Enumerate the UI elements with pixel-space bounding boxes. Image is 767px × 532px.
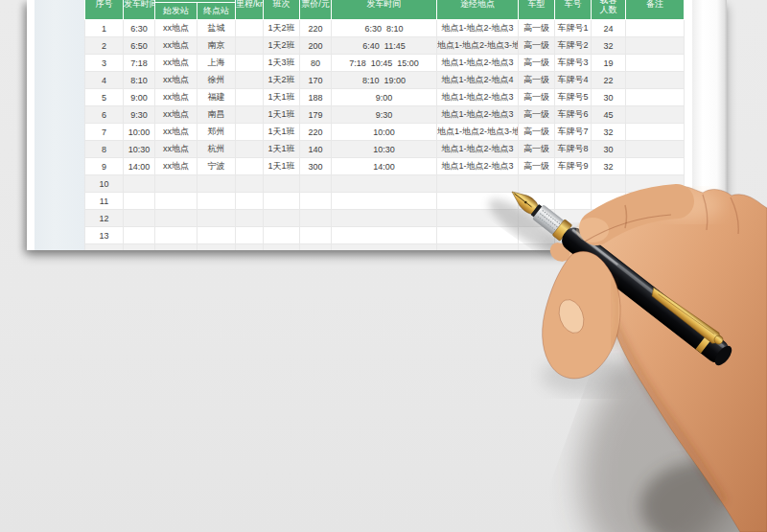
header-shift: 班次 (264, 0, 300, 20)
header-route: 途经地点 (437, 0, 519, 20)
cell-destination: 郑州 (198, 124, 236, 141)
cell-depart_time: 14:00 (124, 158, 155, 175)
cell-mileage (236, 124, 264, 141)
cell-vehicle_type (519, 210, 555, 227)
cell-depart_times (332, 244, 437, 251)
cell-seq: 3 (85, 55, 124, 72)
header-remark: 备注 (626, 0, 685, 20)
thumb-shadow (541, 357, 633, 395)
cell-remark (626, 244, 685, 251)
cell-capacity: 24 (592, 20, 626, 37)
cell-mileage (236, 141, 264, 158)
cell-route: 地点1-地点2-地点3-地点4 (437, 124, 519, 141)
cell-origin: xx地点 (155, 72, 198, 89)
cell-shift: 1天1班 (264, 124, 300, 141)
cell-route: 地点1-地点2-地点3 (437, 141, 519, 158)
hand-shadow-on-desk (548, 310, 767, 532)
cell-vehicle_no: 车牌号8 (555, 141, 592, 158)
cell-origin: xx地点 (155, 55, 198, 72)
cell-vehicle_no (555, 227, 592, 244)
cell-depart_time: 9:00 (124, 89, 155, 106)
clip-engraving (658, 292, 714, 336)
cell-seq: 7 (85, 124, 124, 141)
cell-price (300, 210, 332, 227)
cell-remark (626, 89, 685, 106)
header-depart-times: 发车时间 (332, 0, 437, 20)
cell-vehicle_no: 车牌号1 (555, 20, 592, 37)
pen-clip (648, 284, 724, 346)
table-row: 12 (85, 210, 685, 227)
cell-price: 170 (300, 72, 332, 89)
cell-destination: 南昌 (198, 106, 236, 124)
cell-depart_time: 9:30 (124, 106, 155, 124)
cell-price (300, 244, 332, 251)
cell-depart_times: 7:18 10:45 15:00 (332, 55, 437, 72)
cell-route: 地点1-地点2-地点3 (437, 89, 519, 106)
cell-vehicle_type: 高一级 (519, 20, 555, 37)
cell-destination: 上海 (198, 55, 236, 72)
wrist-shadow (640, 460, 767, 532)
finger-crease (731, 197, 738, 234)
cell-shift (264, 227, 300, 244)
cell-mileage (236, 55, 264, 72)
table-row: 914:00xx地点宁波1天1班30014:00地点1-地点2-地点3高一级车牌… (85, 158, 685, 175)
header-price: 票价/元 (300, 0, 332, 20)
header-mileage: 里程/km (236, 0, 264, 20)
cell-destination: 盐城 (198, 20, 236, 37)
cell-origin: xx地点 (155, 158, 198, 175)
table-row: 11 (85, 193, 685, 210)
cell-destination (198, 193, 236, 210)
cell-shift: 1天2班 (264, 20, 300, 37)
header-origin: 始发站 (155, 3, 198, 20)
cell-depart_time: 10:30 (124, 141, 155, 158)
cell-seq: 4 (85, 72, 124, 89)
cell-seq: 13 (85, 227, 124, 244)
cell-capacity (592, 175, 626, 193)
cell-capacity: 30 (592, 89, 626, 106)
cell-destination: 福建 (198, 89, 236, 106)
hand-edge-shading (614, 321, 724, 502)
cell-mileage (236, 210, 264, 227)
table-row: 10 (85, 175, 685, 193)
cell-depart_times: 14:00 (332, 158, 437, 175)
cell-depart_time: 6:30 (124, 20, 155, 37)
cell-capacity: 32 (592, 37, 626, 55)
cell-mileage (236, 20, 264, 37)
cell-depart_time: 8:10 (124, 72, 155, 89)
cell-remark (626, 72, 685, 89)
cell-origin (155, 244, 198, 251)
cell-destination: 徐州 (198, 72, 236, 89)
header-destination: 终点站 (198, 3, 236, 20)
header-capacity: 载客人数 (592, 0, 626, 20)
cell-depart_times: 6:40 11:45 (332, 37, 437, 55)
cap-end (711, 343, 734, 368)
cell-mileage (236, 244, 264, 251)
cell-depart_times (332, 227, 437, 244)
cell-route: 地点1-地点2-地点3 (437, 106, 519, 124)
cell-remark (626, 141, 685, 158)
cell-price (300, 175, 332, 193)
cell-depart_times (332, 193, 437, 210)
cell-price (300, 193, 332, 210)
cell-capacity (592, 244, 626, 251)
cell-capacity: 32 (592, 124, 626, 141)
cell-destination: 南京 (198, 37, 236, 55)
cell-origin: xx地点 (155, 89, 198, 106)
cell-seq: 6 (85, 106, 124, 124)
desk-background: 序号 发车时间 里程/km 班次 票价/元 发车时间 途经地点 车型 车号 载客… (0, 0, 767, 532)
cell-vehicle_type: 高一级 (519, 141, 555, 158)
cell-price: 80 (300, 55, 332, 72)
cell-price: 200 (300, 37, 332, 55)
cell-vehicle_no: 车牌号7 (555, 124, 592, 141)
cell-depart_times: 10:30 (332, 141, 437, 158)
cell-destination: 杭州 (198, 141, 236, 158)
cell-depart_times: 8:10 19:00 (332, 72, 437, 89)
thumb (543, 251, 621, 379)
cell-depart_times: 6:30 8:10 (332, 20, 437, 37)
cell-capacity: 32 (592, 158, 626, 175)
cell-capacity: 45 (592, 106, 626, 124)
cell-origin: xx地点 (155, 37, 198, 55)
cell-seq: 5 (85, 89, 124, 106)
cell-shift: 1天1班 (264, 141, 300, 158)
cell-remark (626, 124, 685, 141)
